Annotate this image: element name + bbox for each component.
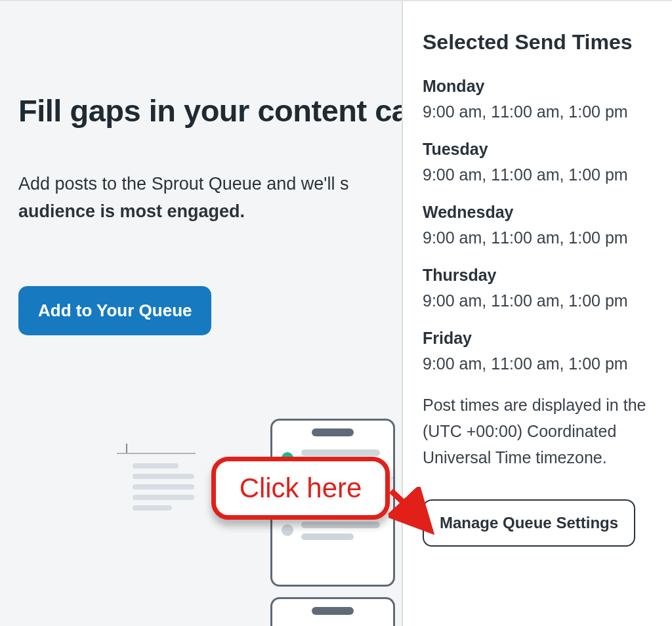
- annotation-callout: Click here: [211, 457, 390, 520]
- day-name: Wednesday: [423, 203, 655, 222]
- day-monday: Monday 9:00 am, 11:00 am, 1:00 pm: [423, 77, 655, 121]
- send-times-sidebar: Selected Send Times Monday 9:00 am, 11:0…: [402, 1, 672, 626]
- lead-text-bold: audience is most engaged.: [18, 201, 245, 221]
- manage-queue-settings-button[interactable]: Manage Queue Settings: [423, 499, 635, 547]
- day-name: Thursday: [423, 266, 655, 285]
- day-friday: Friday 9:00 am, 11:00 am, 1:00 pm: [423, 329, 655, 373]
- page-heading: Fill gaps in your content cal: [18, 93, 403, 129]
- day-name: Tuesday: [423, 140, 655, 159]
- page-lead: Add posts to the Sprout Queue and we'll …: [18, 171, 403, 226]
- day-thursday: Thursday 9:00 am, 11:00 am, 1:00 pm: [423, 266, 655, 310]
- day-times: 9:00 am, 11:00 am, 1:00 pm: [423, 354, 655, 373]
- lead-text-line1: Add posts to the Sprout Queue and we'll …: [18, 174, 348, 194]
- annotation-callout-text: Click here: [240, 472, 362, 504]
- sidebar-title: Selected Send Times: [423, 30, 655, 54]
- day-times: 9:00 am, 11:00 am, 1:00 pm: [423, 291, 655, 310]
- add-to-queue-button[interactable]: Add to Your Queue: [18, 286, 211, 335]
- day-times: 9:00 am, 11:00 am, 1:00 pm: [423, 228, 655, 247]
- illustration-card-2: [270, 597, 395, 626]
- day-times: 9:00 am, 11:00 am, 1:00 pm: [423, 102, 655, 121]
- day-tuesday: Tuesday 9:00 am, 11:00 am, 1:00 pm: [423, 140, 655, 184]
- timezone-note: Post times are displayed in the (UTC +00…: [423, 392, 655, 470]
- main-content: Fill gaps in your content cal Add posts …: [0, 1, 403, 626]
- day-wednesday: Wednesday 9:00 am, 11:00 am, 1:00 pm: [423, 203, 655, 247]
- app-frame: Fill gaps in your content cal Add posts …: [0, 0, 672, 626]
- day-times: 9:00 am, 11:00 am, 1:00 pm: [423, 165, 655, 184]
- queue-illustration: [117, 419, 392, 626]
- day-name: Friday: [423, 329, 655, 348]
- day-name: Monday: [423, 77, 655, 96]
